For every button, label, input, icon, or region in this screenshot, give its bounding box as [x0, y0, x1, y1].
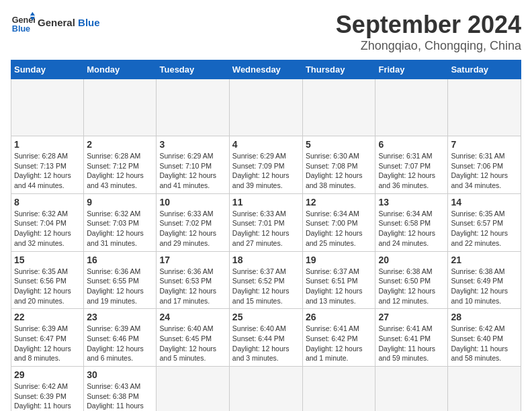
- day-detail: Sunrise: 6:39 AMSunset: 6:47 PMDaylight:…: [14, 324, 81, 363]
- day-number: 14: [451, 197, 518, 208]
- day-detail: Sunrise: 6:32 AMSunset: 7:04 PMDaylight:…: [14, 209, 81, 248]
- day-number: 10: [159, 197, 226, 208]
- day-detail: Sunrise: 6:29 AMSunset: 7:09 PMDaylight:…: [232, 151, 300, 191]
- calendar-header-saturday: Saturday: [448, 60, 521, 79]
- calendar-cell: 10Sunrise: 6:33 AMSunset: 7:02 PMDayligh…: [157, 193, 229, 251]
- day-detail: Sunrise: 6:38 AMSunset: 6:50 PMDaylight:…: [378, 267, 445, 306]
- day-detail: Sunrise: 6:40 AMSunset: 6:44 PMDaylight:…: [232, 324, 300, 363]
- day-number: 29: [14, 369, 81, 380]
- week-row-2: 8Sunrise: 6:32 AMSunset: 7:04 PMDaylight…: [11, 193, 521, 251]
- day-detail: Sunrise: 6:40 AMSunset: 6:45 PMDaylight:…: [159, 324, 226, 363]
- week-row-3: 15Sunrise: 6:35 AMSunset: 6:56 PMDayligh…: [11, 251, 521, 309]
- calendar-header-friday: Friday: [375, 60, 448, 79]
- calendar-cell: [375, 367, 448, 412]
- day-number: 30: [87, 369, 153, 380]
- day-number: 16: [87, 255, 153, 265]
- logo: General Blue General Blue: [11, 11, 100, 35]
- day-detail: Sunrise: 6:31 AMSunset: 7:07 PMDaylight:…: [378, 151, 445, 191]
- calendar-cell: [448, 367, 521, 412]
- location-title: Zhongqiao, Chongqing, China: [336, 39, 521, 53]
- day-number: 3: [159, 139, 226, 150]
- day-detail: Sunrise: 6:43 AMSunset: 6:38 PMDaylight:…: [87, 381, 153, 411]
- calendar-cell: [302, 79, 375, 136]
- logo-icon: General Blue: [11, 11, 35, 35]
- day-detail: Sunrise: 6:29 AMSunset: 7:10 PMDaylight:…: [159, 151, 226, 191]
- day-detail: Sunrise: 6:32 AMSunset: 7:03 PMDaylight:…: [87, 209, 153, 248]
- calendar-cell: 6Sunrise: 6:31 AMSunset: 7:07 PMDaylight…: [375, 136, 448, 194]
- calendar-cell: [157, 367, 229, 412]
- day-number: 28: [451, 312, 518, 322]
- calendar-cell: 27Sunrise: 6:41 AMSunset: 6:41 PMDayligh…: [375, 309, 448, 367]
- day-number: 7: [451, 139, 518, 150]
- calendar-cell: 11Sunrise: 6:33 AMSunset: 7:01 PMDayligh…: [229, 193, 302, 251]
- week-row-1: 1Sunrise: 6:28 AMSunset: 7:13 PMDaylight…: [11, 136, 521, 194]
- day-number: 9: [87, 197, 153, 208]
- day-detail: Sunrise: 6:38 AMSunset: 6:49 PMDaylight:…: [451, 267, 518, 306]
- day-number: 15: [14, 255, 81, 265]
- day-number: 11: [232, 197, 300, 208]
- day-number: 25: [232, 312, 300, 322]
- day-detail: Sunrise: 6:41 AMSunset: 6:42 PMDaylight:…: [306, 324, 373, 363]
- calendar-header-wednesday: Wednesday: [229, 60, 302, 79]
- day-detail: Sunrise: 6:30 AMSunset: 7:08 PMDaylight:…: [306, 151, 373, 191]
- calendar-cell: 26Sunrise: 6:41 AMSunset: 6:42 PMDayligh…: [302, 309, 375, 367]
- day-number: 26: [306, 312, 373, 322]
- calendar-cell: 12Sunrise: 6:34 AMSunset: 7:00 PMDayligh…: [302, 193, 375, 251]
- day-detail: Sunrise: 6:34 AMSunset: 7:00 PMDaylight:…: [306, 209, 373, 248]
- calendar-cell: 21Sunrise: 6:38 AMSunset: 6:49 PMDayligh…: [448, 251, 521, 309]
- calendar-cell: 5Sunrise: 6:30 AMSunset: 7:08 PMDaylight…: [302, 136, 375, 194]
- day-number: 2: [87, 139, 153, 150]
- day-number: 1: [14, 139, 81, 150]
- day-number: 27: [378, 312, 445, 322]
- calendar-cell: 28Sunrise: 6:42 AMSunset: 6:40 PMDayligh…: [448, 309, 521, 367]
- day-number: 21: [451, 255, 518, 265]
- calendar-header-monday: Monday: [84, 60, 157, 79]
- day-number: 20: [378, 255, 445, 265]
- week-row-4: 22Sunrise: 6:39 AMSunset: 6:47 PMDayligh…: [11, 309, 521, 367]
- day-number: 6: [378, 139, 445, 150]
- week-row-0: [11, 79, 521, 136]
- calendar-cell: [84, 79, 157, 136]
- day-detail: Sunrise: 6:34 AMSunset: 6:58 PMDaylight:…: [378, 209, 445, 248]
- day-number: 23: [87, 312, 153, 322]
- calendar-cell: 19Sunrise: 6:37 AMSunset: 6:51 PMDayligh…: [302, 251, 375, 309]
- day-detail: Sunrise: 6:37 AMSunset: 6:52 PMDaylight:…: [232, 267, 300, 306]
- calendar-cell: 30Sunrise: 6:43 AMSunset: 6:38 PMDayligh…: [84, 367, 157, 412]
- calendar-cell: [229, 367, 302, 412]
- calendar-cell: 14Sunrise: 6:35 AMSunset: 6:57 PMDayligh…: [448, 193, 521, 251]
- calendar-header-sunday: Sunday: [11, 60, 84, 79]
- day-number: 5: [306, 139, 373, 150]
- day-number: 24: [159, 312, 226, 322]
- day-number: 19: [306, 255, 373, 265]
- day-number: 18: [232, 255, 300, 265]
- svg-text:Blue: Blue: [12, 24, 30, 34]
- calendar-cell: [11, 79, 84, 136]
- day-detail: Sunrise: 6:28 AMSunset: 7:12 PMDaylight:…: [87, 151, 153, 191]
- day-number: 17: [159, 255, 226, 265]
- day-detail: Sunrise: 6:36 AMSunset: 6:55 PMDaylight:…: [87, 267, 153, 306]
- logo-text-blue: Blue: [78, 17, 100, 28]
- day-number: 4: [232, 139, 300, 150]
- calendar-cell: 25Sunrise: 6:40 AMSunset: 6:44 PMDayligh…: [229, 309, 302, 367]
- day-number: 8: [14, 197, 81, 208]
- day-detail: Sunrise: 6:41 AMSunset: 6:41 PMDaylight:…: [378, 324, 445, 363]
- calendar-cell: 18Sunrise: 6:37 AMSunset: 6:52 PMDayligh…: [229, 251, 302, 309]
- calendar-header-tuesday: Tuesday: [157, 60, 229, 79]
- calendar-cell: [157, 79, 229, 136]
- header: General Blue General Blue September 2024…: [11, 11, 521, 53]
- calendar-cell: 29Sunrise: 6:42 AMSunset: 6:39 PMDayligh…: [11, 367, 84, 412]
- calendar-cell: [448, 79, 521, 136]
- title-area: September 2024 Zhongqiao, Chongqing, Chi…: [336, 11, 521, 53]
- calendar-header-row: SundayMondayTuesdayWednesdayThursdayFrid…: [11, 60, 521, 79]
- day-detail: Sunrise: 6:35 AMSunset: 6:56 PMDaylight:…: [14, 267, 81, 306]
- calendar-cell: [375, 79, 448, 136]
- day-detail: Sunrise: 6:33 AMSunset: 7:01 PMDaylight:…: [232, 209, 300, 248]
- day-detail: Sunrise: 6:42 AMSunset: 6:40 PMDaylight:…: [451, 324, 518, 363]
- week-row-5: 29Sunrise: 6:42 AMSunset: 6:39 PMDayligh…: [11, 367, 521, 412]
- day-detail: Sunrise: 6:42 AMSunset: 6:39 PMDaylight:…: [14, 381, 81, 411]
- calendar-cell: 1Sunrise: 6:28 AMSunset: 7:13 PMDaylight…: [11, 136, 84, 194]
- logo-text-general: General: [38, 17, 75, 28]
- day-number: 13: [378, 197, 445, 208]
- calendar-cell: 8Sunrise: 6:32 AMSunset: 7:04 PMDaylight…: [11, 193, 84, 251]
- month-title: September 2024: [336, 11, 521, 39]
